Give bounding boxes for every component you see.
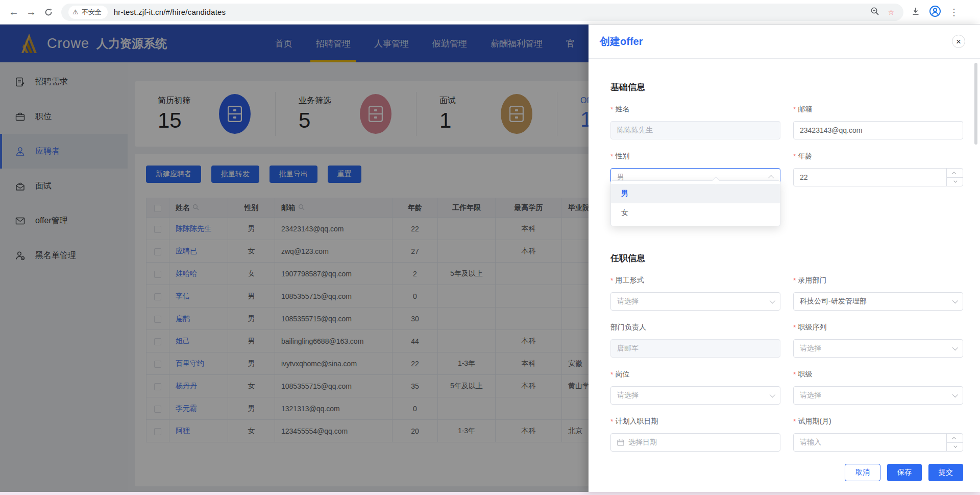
number-spinner bbox=[946, 434, 963, 451]
close-icon[interactable]: × bbox=[952, 35, 965, 48]
browser-forward-button[interactable]: → bbox=[22, 4, 40, 21]
email-input[interactable]: 23423143@qq.com bbox=[793, 121, 963, 139]
field-age: *年龄 22 bbox=[793, 152, 963, 186]
cancel-button[interactable]: 取消 bbox=[845, 464, 880, 481]
field-email: *邮箱 23423143@qq.com bbox=[793, 105, 963, 139]
field-rank-sequence: *职级序列 请选择 bbox=[793, 323, 963, 358]
field-department: *录用部门 科技公司-研发管理部 bbox=[793, 276, 963, 311]
drawer-body: 基础信息 *姓名 陈陈陈先生 *邮箱 23423143@qq.com *性别 男 bbox=[589, 59, 980, 481]
bottom-edge-strip bbox=[0, 492, 980, 495]
dept-head-input: 唐郦军 bbox=[610, 339, 780, 358]
save-button[interactable]: 保存 bbox=[887, 464, 922, 481]
drawer-footer: 取消 保存 提交 bbox=[610, 464, 963, 481]
gender-dropdown: 男 女 bbox=[610, 180, 780, 226]
chevron-down-icon bbox=[952, 298, 958, 303]
browser-menu-icon[interactable]: ⋮ bbox=[949, 7, 959, 18]
submit-button[interactable]: 提交 bbox=[928, 464, 963, 481]
spinner-up-button[interactable] bbox=[947, 169, 963, 177]
field-name: *姓名 陈陈陈先生 bbox=[610, 105, 780, 139]
calendar-icon bbox=[617, 439, 624, 446]
name-input: 陈陈陈先生 bbox=[610, 121, 780, 139]
reload-icon bbox=[44, 8, 53, 17]
field-employment-type: *用工形式 请选择 bbox=[610, 276, 780, 311]
browser-back-button[interactable]: ← bbox=[5, 4, 22, 21]
onboard-date-picker[interactable]: 选择日期 bbox=[610, 433, 780, 452]
field-rank: *职级 请选择 bbox=[793, 370, 963, 405]
security-label: 不安全 bbox=[82, 8, 102, 17]
number-spinner bbox=[946, 169, 963, 186]
address-bar[interactable]: ⚠ 不安全 hr-test.zjf-it.cn/#/hire/candidate… bbox=[61, 4, 903, 21]
field-probation: *试用期(月) 请输入 bbox=[793, 417, 963, 452]
zoom-out-icon[interactable] bbox=[870, 7, 879, 17]
url-text: hr-test.zjf-it.cn/#/hire/candidates bbox=[114, 8, 226, 16]
field-position: *岗位 请选择 bbox=[610, 370, 780, 405]
warning-icon: ⚠ bbox=[72, 8, 79, 16]
drawer-header: 创建offer × bbox=[589, 25, 980, 59]
section-basic-info: 基础信息 bbox=[610, 81, 963, 93]
spinner-down-button[interactable] bbox=[947, 177, 963, 186]
drawer-scrollbar[interactable] bbox=[974, 63, 977, 145]
gender-option-male[interactable]: 男 bbox=[611, 184, 780, 203]
chevron-down-icon bbox=[770, 298, 775, 303]
position-select[interactable]: 请选择 bbox=[610, 386, 780, 405]
download-icon[interactable] bbox=[911, 6, 921, 18]
age-stepper[interactable]: 22 bbox=[793, 168, 963, 186]
chevron-down-icon bbox=[770, 392, 775, 397]
employment-type-select[interactable]: 请选择 bbox=[610, 292, 780, 311]
section-job-info: 任职信息 bbox=[610, 252, 963, 264]
field-dept-head: 部门负责人 唐郦军 bbox=[610, 323, 780, 358]
field-onboard-date: *计划入职日期 选择日期 bbox=[610, 417, 780, 452]
field-gender: *性别 男 男 女 bbox=[610, 152, 780, 186]
department-select[interactable]: 科技公司-研发管理部 bbox=[793, 292, 963, 311]
chevron-down-icon bbox=[952, 392, 958, 397]
spinner-up-button[interactable] bbox=[947, 434, 963, 442]
site-security-chip[interactable]: ⚠ 不安全 bbox=[68, 6, 108, 19]
browser-reload-button[interactable] bbox=[40, 4, 57, 21]
rank-sequence-select[interactable]: 请选择 bbox=[793, 339, 963, 358]
app-page: Crowe 人力资源系统 首页 招聘管理 人事管理 假勤管理 薪酬福利管理 官 … bbox=[0, 25, 980, 492]
bookmark-star-icon[interactable]: ☆ bbox=[888, 8, 894, 16]
gender-option-female[interactable]: 女 bbox=[611, 203, 780, 223]
spinner-down-button[interactable] bbox=[947, 442, 963, 452]
drawer-title: 创建offer bbox=[600, 35, 643, 49]
browser-toolbar: ← → ⚠ 不安全 hr-test.zjf-it.cn/#/hire/candi… bbox=[0, 0, 980, 25]
probation-stepper[interactable]: 请输入 bbox=[793, 433, 963, 452]
rank-select[interactable]: 请选择 bbox=[793, 386, 963, 405]
profile-avatar-icon[interactable] bbox=[929, 5, 941, 19]
chevron-down-icon bbox=[952, 345, 958, 350]
create-offer-drawer: 创建offer × 基础信息 *姓名 陈陈陈先生 *邮箱 23423143@qq… bbox=[589, 25, 980, 492]
